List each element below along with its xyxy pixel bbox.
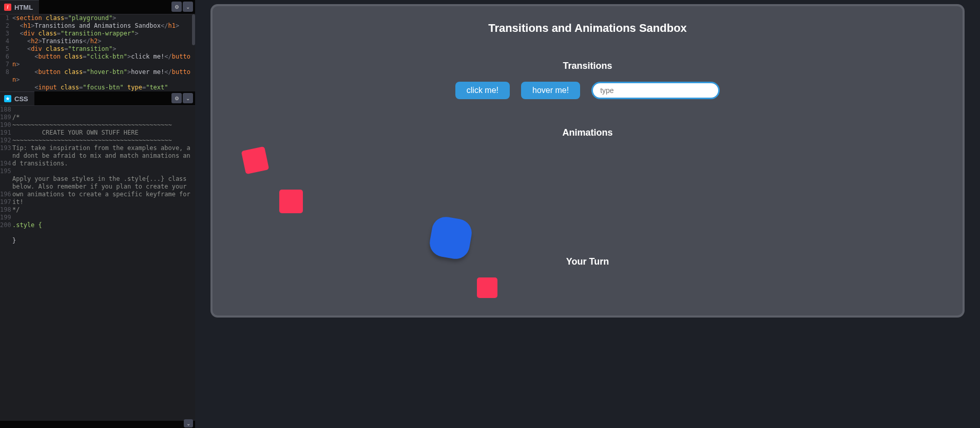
- css-line: }: [12, 237, 16, 244]
- spin-box: [241, 146, 270, 175]
- transition-wrapper: Transitions click me! hover me!: [223, 61, 952, 99]
- bounce-box: [279, 190, 303, 213]
- html-panel-tools: ⚙ ⌄: [171, 2, 193, 12]
- line-number: 1: [0, 14, 9, 22]
- preview-pane: Transitions and Animations Sandbox Trans…: [195, 0, 980, 428]
- css-line: Apply your base styles in the .style{...…: [12, 175, 194, 206]
- line-number: 7: [0, 61, 9, 68]
- css-line: CREATE YOUR OWN STUFF HERE: [12, 129, 139, 136]
- html-code[interactable]: <section class="playground"> <h1>Transit…: [12, 14, 195, 91]
- css-panel-tools: ⚙ ⌄: [171, 93, 193, 103]
- gear-icon[interactable]: ⚙: [171, 93, 182, 103]
- click-button[interactable]: click me!: [455, 82, 510, 99]
- line-number: 200: [0, 221, 9, 229]
- yourturn-heading: Your Turn: [223, 256, 952, 267]
- css-panel: ★ CSS ⚙ ⌄ 188 189 190 191 192 193 194 19…: [0, 91, 195, 421]
- line-number: 2: [0, 22, 9, 30]
- css-line: ~~~~~~~~~~~~~~~~~~~~~~~~~~~~~~~~~~~~~~~~…: [12, 121, 172, 128]
- chevron-down-icon[interactable]: ⌄: [183, 2, 193, 12]
- playground-section: Transitions and Animations Sandbox Trans…: [210, 4, 965, 318]
- css-line: .style {: [12, 221, 42, 229]
- transitions-heading: Transitions: [223, 61, 952, 71]
- js-panel-collapsed[interactable]: ⌄: [0, 421, 195, 428]
- hover-button[interactable]: hover me!: [521, 82, 580, 99]
- line-number: 197: [0, 198, 9, 206]
- animations-heading: Animations: [223, 127, 952, 138]
- css-code[interactable]: /* ~~~~~~~~~~~~~~~~~~~~~~~~~~~~~~~~~~~~~…: [12, 106, 195, 421]
- line-number: 198: [0, 206, 9, 214]
- html-icon: /: [4, 4, 11, 11]
- chevron-down-icon[interactable]: ⌄: [183, 93, 193, 103]
- scrollbar[interactable]: [192, 14, 195, 91]
- line-number: 188: [0, 106, 9, 114]
- html-code-area[interactable]: 1 2 3 4 5 6 7 8 <section class="playgrou…: [0, 14, 195, 91]
- css-line: Tip: take inspiration from the examples …: [12, 144, 190, 167]
- line-number: 195: [0, 168, 9, 175]
- html-tab[interactable]: / HTML: [0, 0, 39, 14]
- preview-document: Transitions and Animations Sandbox Trans…: [195, 0, 980, 428]
- gear-icon[interactable]: ⚙: [171, 2, 182, 12]
- css-tab[interactable]: ★ CSS: [0, 91, 34, 105]
- line-number: 8: [0, 68, 9, 76]
- yourturn-wrapper: Your Turn: [223, 256, 952, 298]
- line-number: 4: [0, 38, 9, 45]
- css-gutter: 188 189 190 191 192 193 194 195 196 197 …: [0, 106, 12, 421]
- html-tab-label: HTML: [14, 4, 33, 11]
- html-panel: / HTML ⚙ ⌄ 1 2 3 4 5 6 7 8 <section clas…: [0, 0, 195, 91]
- animation-stage: [223, 148, 952, 251]
- transition-row: click me! hover me!: [223, 82, 952, 99]
- line-number: 194: [0, 160, 9, 168]
- morph-circle: [428, 215, 474, 261]
- editor-column: / HTML ⚙ ⌄ 1 2 3 4 5 6 7 8 <section clas…: [0, 0, 195, 428]
- line-number: 193: [0, 144, 9, 152]
- css-line: ~~~~~~~~~~~~~~~~~~~~~~~~~~~~~~~~~~~~~~~~…: [12, 137, 172, 144]
- line-number: 6: [0, 53, 9, 61]
- html-panel-header: / HTML ⚙ ⌄: [0, 0, 195, 14]
- line-number: 189: [0, 114, 9, 121]
- line-number: 199: [0, 214, 9, 221]
- animation-wrapper: Animations: [223, 127, 952, 251]
- line-number: 3: [0, 30, 9, 38]
- page-title: Transitions and Animations Sandbox: [223, 22, 952, 35]
- chevron-down-icon[interactable]: ⌄: [184, 419, 193, 427]
- css-panel-header: ★ CSS ⚙ ⌄: [0, 91, 195, 106]
- html-gutter: 1 2 3 4 5 6 7 8: [0, 14, 12, 91]
- style-box: [477, 277, 497, 298]
- css-code-area[interactable]: 188 189 190 191 192 193 194 195 196 197 …: [0, 106, 195, 421]
- css-icon: ★: [4, 95, 11, 102]
- line-number: 191: [0, 129, 9, 137]
- css-line: /*: [12, 114, 20, 121]
- line-number: 196: [0, 191, 9, 198]
- css-line: */: [12, 206, 20, 213]
- focus-input[interactable]: [591, 82, 720, 99]
- line-number: 190: [0, 121, 9, 129]
- css-tab-label: CSS: [14, 95, 28, 103]
- line-number: 5: [0, 45, 9, 53]
- line-number: 192: [0, 137, 9, 144]
